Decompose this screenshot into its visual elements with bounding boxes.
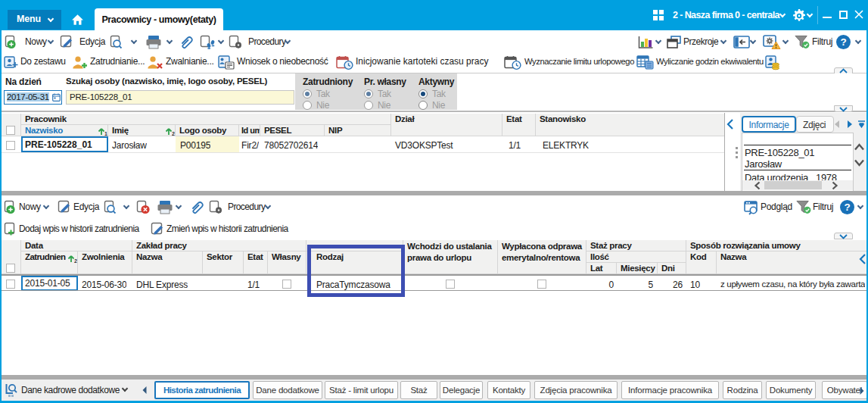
svg-text:2: 2 [172,131,175,136]
svg-text:?: ? [845,202,851,213]
svg-text:?: ? [841,36,847,48]
svg-text:1: 1 [104,131,107,136]
svg-text:2: 2 [74,258,77,264]
